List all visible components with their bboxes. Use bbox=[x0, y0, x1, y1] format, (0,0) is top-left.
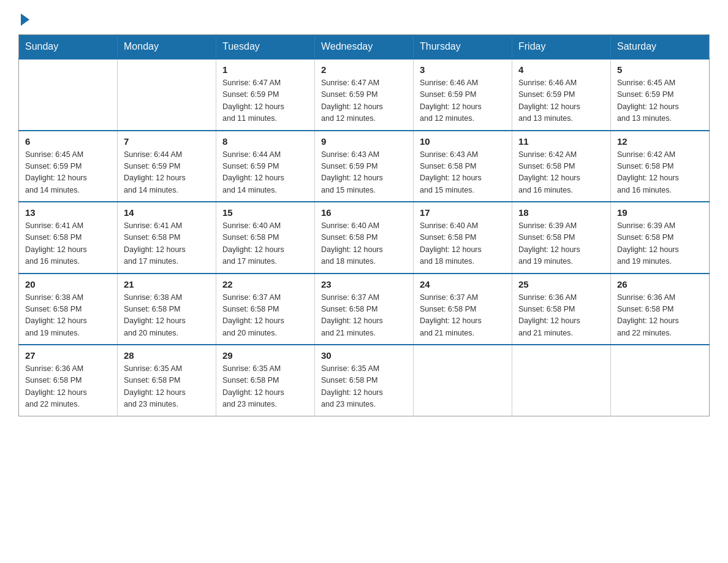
day-info: Sunrise: 6:47 AM Sunset: 6:59 PM Dayligh… bbox=[222, 77, 308, 125]
calendar-cell bbox=[19, 59, 118, 131]
day-number: 27 bbox=[25, 350, 111, 361]
day-info: Sunrise: 6:35 AM Sunset: 6:58 PM Dayligh… bbox=[321, 363, 407, 411]
day-number: 19 bbox=[617, 207, 703, 218]
day-info: Sunrise: 6:40 AM Sunset: 6:58 PM Dayligh… bbox=[222, 220, 308, 268]
day-number: 1 bbox=[222, 64, 308, 75]
calendar-cell: 22Sunrise: 6:37 AM Sunset: 6:58 PM Dayli… bbox=[216, 274, 315, 345]
day-info: Sunrise: 6:37 AM Sunset: 6:58 PM Dayligh… bbox=[420, 292, 506, 340]
day-number: 28 bbox=[124, 350, 210, 361]
day-info: Sunrise: 6:43 AM Sunset: 6:58 PM Dayligh… bbox=[420, 149, 506, 197]
calendar-cell: 17Sunrise: 6:40 AM Sunset: 6:58 PM Dayli… bbox=[414, 202, 512, 274]
calendar-week-row: 6Sunrise: 6:45 AM Sunset: 6:59 PM Daylig… bbox=[19, 131, 710, 202]
weekday-header-row: SundayMondayTuesdayWednesdayThursdayFrid… bbox=[19, 35, 710, 59]
calendar-cell: 2Sunrise: 6:47 AM Sunset: 6:59 PM Daylig… bbox=[315, 59, 414, 131]
day-number: 13 bbox=[25, 207, 111, 218]
calendar-cell: 15Sunrise: 6:40 AM Sunset: 6:58 PM Dayli… bbox=[216, 202, 315, 274]
calendar-cell: 21Sunrise: 6:38 AM Sunset: 6:58 PM Dayli… bbox=[118, 274, 216, 345]
logo-arrow-icon bbox=[21, 13, 29, 26]
calendar-week-row: 20Sunrise: 6:38 AM Sunset: 6:58 PM Dayli… bbox=[19, 274, 710, 345]
day-info: Sunrise: 6:47 AM Sunset: 6:59 PM Dayligh… bbox=[321, 77, 407, 125]
calendar-cell: 13Sunrise: 6:41 AM Sunset: 6:58 PM Dayli… bbox=[19, 202, 118, 274]
logo-top bbox=[18, 12, 29, 26]
calendar-cell: 6Sunrise: 6:45 AM Sunset: 6:59 PM Daylig… bbox=[19, 131, 118, 202]
weekday-header-monday: Monday bbox=[118, 35, 216, 59]
day-number: 7 bbox=[124, 136, 210, 147]
day-number: 24 bbox=[420, 279, 506, 289]
day-number: 5 bbox=[617, 64, 703, 75]
day-number: 26 bbox=[617, 279, 703, 289]
weekday-header-saturday: Saturday bbox=[611, 35, 710, 59]
calendar-cell: 30Sunrise: 6:35 AM Sunset: 6:58 PM Dayli… bbox=[315, 345, 414, 416]
day-number: 16 bbox=[321, 207, 407, 218]
calendar-cell: 16Sunrise: 6:40 AM Sunset: 6:58 PM Dayli… bbox=[315, 202, 414, 274]
day-info: Sunrise: 6:38 AM Sunset: 6:58 PM Dayligh… bbox=[25, 292, 111, 340]
day-info: Sunrise: 6:38 AM Sunset: 6:58 PM Dayligh… bbox=[124, 292, 210, 340]
calendar-week-row: 13Sunrise: 6:41 AM Sunset: 6:58 PM Dayli… bbox=[19, 202, 710, 274]
day-number: 18 bbox=[518, 207, 604, 218]
calendar-cell: 25Sunrise: 6:36 AM Sunset: 6:58 PM Dayli… bbox=[512, 274, 611, 345]
day-info: Sunrise: 6:46 AM Sunset: 6:59 PM Dayligh… bbox=[518, 77, 604, 125]
day-number: 2 bbox=[321, 64, 407, 75]
calendar-cell: 29Sunrise: 6:35 AM Sunset: 6:58 PM Dayli… bbox=[216, 345, 315, 416]
day-info: Sunrise: 6:45 AM Sunset: 6:59 PM Dayligh… bbox=[25, 149, 111, 197]
day-info: Sunrise: 6:44 AM Sunset: 6:59 PM Dayligh… bbox=[124, 149, 210, 197]
day-number: 17 bbox=[420, 207, 506, 218]
day-info: Sunrise: 6:39 AM Sunset: 6:58 PM Dayligh… bbox=[518, 220, 604, 268]
calendar-cell bbox=[414, 345, 512, 416]
calendar-cell: 11Sunrise: 6:42 AM Sunset: 6:58 PM Dayli… bbox=[512, 131, 611, 202]
day-info: Sunrise: 6:42 AM Sunset: 6:58 PM Dayligh… bbox=[617, 149, 703, 197]
calendar-cell bbox=[118, 59, 216, 131]
day-number: 8 bbox=[222, 136, 308, 147]
calendar-cell: 5Sunrise: 6:45 AM Sunset: 6:59 PM Daylig… bbox=[611, 59, 710, 131]
logo bbox=[18, 12, 29, 23]
day-info: Sunrise: 6:43 AM Sunset: 6:59 PM Dayligh… bbox=[321, 149, 407, 197]
day-info: Sunrise: 6:41 AM Sunset: 6:58 PM Dayligh… bbox=[25, 220, 111, 268]
calendar-cell: 24Sunrise: 6:37 AM Sunset: 6:58 PM Dayli… bbox=[414, 274, 512, 345]
calendar-cell: 23Sunrise: 6:37 AM Sunset: 6:58 PM Dayli… bbox=[315, 274, 414, 345]
weekday-header-sunday: Sunday bbox=[19, 35, 118, 59]
weekday-header-tuesday: Tuesday bbox=[216, 35, 315, 59]
day-number: 30 bbox=[321, 350, 407, 361]
calendar-cell: 1Sunrise: 6:47 AM Sunset: 6:59 PM Daylig… bbox=[216, 59, 315, 131]
day-number: 4 bbox=[518, 64, 604, 75]
calendar-cell: 19Sunrise: 6:39 AM Sunset: 6:58 PM Dayli… bbox=[611, 202, 710, 274]
calendar-cell bbox=[611, 345, 710, 416]
calendar-cell: 3Sunrise: 6:46 AM Sunset: 6:59 PM Daylig… bbox=[414, 59, 512, 131]
day-number: 10 bbox=[420, 136, 506, 147]
calendar-cell: 18Sunrise: 6:39 AM Sunset: 6:58 PM Dayli… bbox=[512, 202, 611, 274]
calendar-table: SundayMondayTuesdayWednesdayThursdayFrid… bbox=[18, 34, 710, 416]
calendar-cell: 7Sunrise: 6:44 AM Sunset: 6:59 PM Daylig… bbox=[118, 131, 216, 202]
day-info: Sunrise: 6:40 AM Sunset: 6:58 PM Dayligh… bbox=[321, 220, 407, 268]
day-number: 15 bbox=[222, 207, 308, 218]
day-number: 9 bbox=[321, 136, 407, 147]
calendar-cell: 14Sunrise: 6:41 AM Sunset: 6:58 PM Dayli… bbox=[118, 202, 216, 274]
day-info: Sunrise: 6:41 AM Sunset: 6:58 PM Dayligh… bbox=[124, 220, 210, 268]
day-info: Sunrise: 6:42 AM Sunset: 6:58 PM Dayligh… bbox=[518, 149, 604, 197]
day-info: Sunrise: 6:39 AM Sunset: 6:58 PM Dayligh… bbox=[617, 220, 703, 268]
day-number: 6 bbox=[25, 136, 111, 147]
calendar-week-row: 27Sunrise: 6:36 AM Sunset: 6:58 PM Dayli… bbox=[19, 345, 710, 416]
calendar-cell: 12Sunrise: 6:42 AM Sunset: 6:58 PM Dayli… bbox=[611, 131, 710, 202]
weekday-header-friday: Friday bbox=[512, 35, 611, 59]
day-info: Sunrise: 6:45 AM Sunset: 6:59 PM Dayligh… bbox=[617, 77, 703, 125]
calendar-cell: 26Sunrise: 6:36 AM Sunset: 6:58 PM Dayli… bbox=[611, 274, 710, 345]
day-number: 11 bbox=[518, 136, 604, 147]
day-info: Sunrise: 6:40 AM Sunset: 6:58 PM Dayligh… bbox=[420, 220, 506, 268]
day-info: Sunrise: 6:36 AM Sunset: 6:58 PM Dayligh… bbox=[617, 292, 703, 340]
calendar-cell bbox=[512, 345, 611, 416]
calendar-cell: 8Sunrise: 6:44 AM Sunset: 6:59 PM Daylig… bbox=[216, 131, 315, 202]
day-number: 29 bbox=[222, 350, 308, 361]
calendar-cell: 4Sunrise: 6:46 AM Sunset: 6:59 PM Daylig… bbox=[512, 59, 611, 131]
day-number: 12 bbox=[617, 136, 703, 147]
day-number: 22 bbox=[222, 279, 308, 289]
calendar-cell: 9Sunrise: 6:43 AM Sunset: 6:59 PM Daylig… bbox=[315, 131, 414, 202]
calendar-cell: 20Sunrise: 6:38 AM Sunset: 6:58 PM Dayli… bbox=[19, 274, 118, 345]
day-info: Sunrise: 6:35 AM Sunset: 6:58 PM Dayligh… bbox=[222, 363, 308, 411]
day-info: Sunrise: 6:37 AM Sunset: 6:58 PM Dayligh… bbox=[222, 292, 308, 340]
calendar-cell: 28Sunrise: 6:35 AM Sunset: 6:58 PM Dayli… bbox=[118, 345, 216, 416]
day-number: 14 bbox=[124, 207, 210, 218]
calendar-body: 1Sunrise: 6:47 AM Sunset: 6:59 PM Daylig… bbox=[19, 59, 710, 416]
weekday-header-thursday: Thursday bbox=[414, 35, 512, 59]
page-header bbox=[18, 12, 710, 23]
day-info: Sunrise: 6:35 AM Sunset: 6:58 PM Dayligh… bbox=[124, 363, 210, 411]
